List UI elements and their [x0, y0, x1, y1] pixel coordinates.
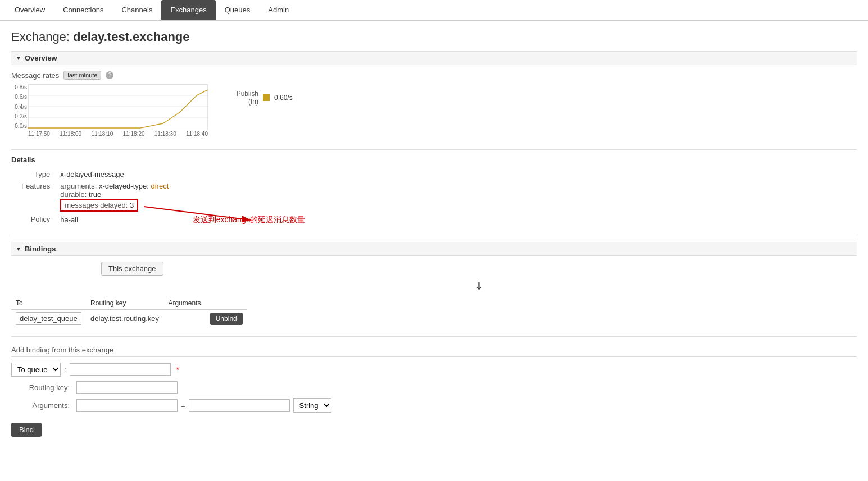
arguments-type-select[interactable]: String — [293, 398, 331, 413]
bindings-section-header[interactable]: ▼ Bindings — [11, 242, 857, 256]
nav-item-connections[interactable]: Connections — [54, 0, 112, 20]
message-rates-label: Message rates — [11, 71, 59, 80]
legend-label-publish-line2: (In) — [248, 98, 258, 106]
to-queue-select[interactable]: To queue — [11, 363, 61, 377]
feature-arguments: arguments: x-delayed-type: direct — [60, 182, 305, 190]
publish-legend: Publish (In) 0.60/s — [225, 84, 293, 106]
divider-1 — [11, 149, 857, 150]
col-to: To — [11, 297, 86, 310]
details-section: Details Type x-delayed-message Features … — [11, 155, 857, 227]
queue-name: delay_test_queue — [16, 312, 81, 325]
col-routing-key: Routing key — [86, 297, 163, 310]
y-label-2: 0.4/s — [11, 104, 27, 110]
chart-container: 0.8/s 0.6/s 0.4/s 0.2/s 0.0/s — [11, 84, 208, 140]
routing-key-input[interactable] — [76, 381, 178, 394]
down-arrow-icon: ⇓ — [101, 280, 857, 292]
bindings-arrow-icon: ▼ — [16, 246, 21, 252]
legend-item-publish: Publish (In) 0.60/s — [225, 90, 293, 106]
bind-button[interactable]: Bind — [11, 423, 42, 437]
chart-svg-wrapper — [28, 84, 208, 131]
form-row-arguments: Arguments: = String — [11, 398, 857, 413]
routing-key-label: Routing key: — [11, 383, 73, 392]
x-label-2: 11:18:10 — [91, 131, 113, 137]
legend-color-box-publish — [263, 94, 270, 101]
unbind-button[interactable]: Unbind — [210, 313, 243, 325]
overview-section-body: Message rates last minute ? 0.8/s 0.6/s … — [11, 71, 857, 140]
arguments-label: Arguments: — [11, 401, 73, 410]
arguments-value-input[interactable] — [189, 399, 290, 412]
y-label-3: 0.2/s — [11, 113, 27, 120]
form-row-to: To queue : * — [11, 363, 857, 377]
add-binding-title: Add binding from this exchange — [11, 346, 857, 357]
x-label-5: 11:18:40 — [186, 131, 208, 137]
details-row-type: Type x-delayed-message — [17, 168, 310, 180]
page-title: Exchange: delay.test.exchange — [11, 30, 857, 44]
messages-delayed-box: messages delayed: 3 — [60, 199, 138, 212]
binding-action-cell: Unbind — [206, 310, 247, 328]
form-row-routing-key: Routing key: — [11, 381, 857, 394]
bindings-table-header-row: To Routing key Arguments — [11, 297, 247, 310]
nav-item-exchanges[interactable]: Exchanges — [161, 0, 215, 20]
page-title-prefix: Exchange: — [11, 30, 73, 44]
x-label-1: 11:18:00 — [60, 131, 81, 137]
details-table: Type x-delayed-message Features argument… — [17, 168, 310, 227]
required-star: * — [176, 365, 179, 374]
details-title: Details — [11, 155, 857, 164]
col-arguments: Arguments — [163, 297, 205, 310]
feature-key-arguments: arguments: — [60, 182, 99, 190]
this-exchange-button[interactable]: This exchange — [101, 262, 163, 276]
y-label-4: 0.0/s — [11, 123, 27, 129]
divider-2 — [11, 236, 857, 236]
y-label-1: 0.6/s — [11, 94, 27, 100]
policy-value: ha-all 发送到exchange的延迟消息数量 — [56, 213, 310, 227]
annotation-text: 发送到exchange的延迟消息数量 — [193, 215, 306, 224]
x-label-3: 11:18:20 — [123, 131, 145, 137]
y-label-0: 0.8/s — [11, 84, 27, 90]
chart-svg — [28, 84, 208, 129]
policy-label: Policy — [17, 213, 56, 227]
details-row-features: Features arguments: x-delayed-type: dire… — [17, 180, 310, 213]
feature-sub-key-xdelayed: x-delayed-type: — [99, 182, 151, 190]
x-label-0: 11:17:50 — [28, 131, 50, 137]
chart-area: 0.8/s 0.6/s 0.4/s 0.2/s 0.0/s — [11, 84, 857, 140]
feature-val-messages-delayed: 3 — [130, 201, 134, 209]
nav-bar: Overview Connections Channels Exchanges … — [0, 0, 868, 21]
binding-routing-key-cell: delay.test.routing.key — [86, 310, 163, 328]
type-label: Type — [17, 168, 56, 180]
features-label: Features — [17, 180, 56, 213]
bindings-section: ▼ Bindings This exchange ⇓ To Routing ke… — [11, 242, 857, 327]
nav-item-queues[interactable]: Queues — [216, 0, 260, 20]
overview-section-header[interactable]: ▼ Overview — [11, 51, 857, 65]
page-title-name: delay.test.exchange — [73, 30, 189, 44]
feature-messages-delayed: messages delayed: 3 — [60, 199, 305, 212]
feature-key-messages-delayed: messages delayed: — [65, 201, 130, 209]
page-content: Exchange: delay.test.exchange ▼ Overview… — [0, 21, 868, 446]
feature-val-durable: true — [89, 190, 101, 199]
equals-sign: = — [181, 401, 185, 410]
legend-value-publish: 0.60/s — [274, 94, 293, 102]
bindings-section-label: Bindings — [25, 245, 56, 253]
colon-separator: : — [64, 365, 66, 374]
overview-arrow-icon: ▼ — [16, 55, 21, 61]
help-icon[interactable]: ? — [106, 71, 113, 79]
message-rates-row: Message rates last minute ? — [11, 71, 857, 80]
nav-item-overview[interactable]: Overview — [6, 0, 54, 20]
legend-label-publish-line1: Publish — [237, 90, 258, 98]
bind-btn-row: Bind — [11, 417, 857, 437]
bindings-table: To Routing key Arguments delay_test_queu… — [11, 297, 247, 327]
binding-arguments-cell — [163, 310, 205, 328]
col-action — [206, 297, 247, 310]
feature-durable: durable: true — [60, 190, 305, 199]
nav-item-admin[interactable]: Admin — [259, 0, 298, 20]
to-queue-input[interactable] — [70, 363, 171, 376]
last-minute-badge[interactable]: last minute — [63, 71, 101, 80]
nav-item-channels[interactable]: Channels — [112, 0, 161, 20]
arguments-input[interactable] — [76, 399, 178, 412]
feature-key-durable: durable: — [60, 190, 89, 199]
features-value: arguments: x-delayed-type: direct durabl… — [56, 180, 310, 213]
table-row: delay_test_queue delay.test.routing.key … — [11, 310, 247, 328]
chart-y-labels: 0.8/s 0.6/s 0.4/s 0.2/s 0.0/s — [11, 84, 27, 129]
details-row-policy: Policy ha-all 发送到exchange的延迟消息数量 — [17, 213, 310, 227]
chart-x-labels: 11:17:50 11:18:00 11:18:10 11:18:20 11:1… — [28, 131, 208, 137]
type-value: x-delayed-message — [56, 168, 310, 180]
